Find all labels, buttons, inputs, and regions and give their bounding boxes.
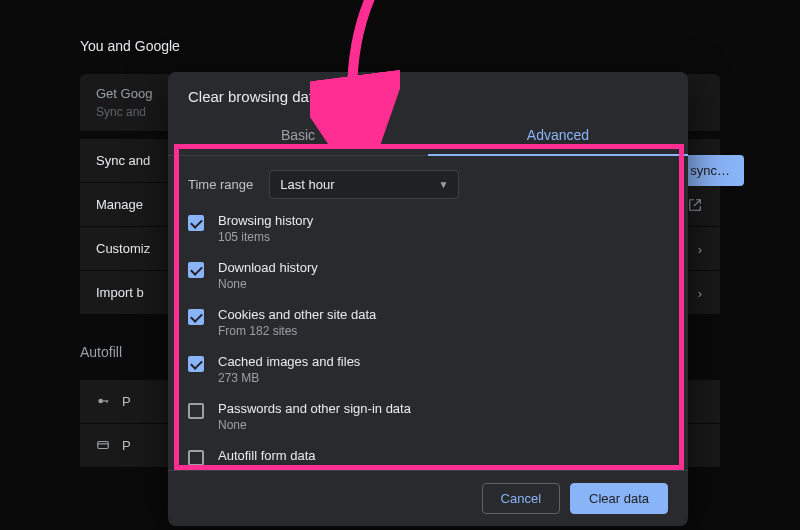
svg-rect-3 — [98, 442, 109, 449]
check-text: Autofill form data — [218, 448, 316, 463]
checkbox[interactable] — [188, 403, 204, 419]
check-sub: 273 MB — [218, 371, 360, 385]
dialog-body: Time range Last hour ▼ Browsing history1… — [168, 156, 688, 470]
checkbox[interactable] — [188, 262, 204, 278]
check-sub: None — [218, 418, 411, 432]
chevron-right-icon: › — [698, 285, 702, 300]
check-label: Browsing history — [218, 213, 313, 228]
check-row: Passwords and other sign-in dataNone — [188, 401, 668, 432]
check-text: Download historyNone — [218, 260, 318, 291]
check-label: Download history — [218, 260, 318, 275]
check-sub: From 182 sites — [218, 324, 376, 338]
time-range-label: Time range — [188, 177, 253, 192]
checkbox[interactable] — [188, 356, 204, 372]
check-text: Passwords and other sign-in dataNone — [218, 401, 411, 432]
clear-browsing-data-dialog: Clear browsing data Basic Advanced Time … — [168, 72, 688, 526]
time-range-row: Time range Last hour ▼ — [188, 170, 668, 199]
check-row: Autofill form data — [188, 448, 668, 466]
check-label: Passwords and other sign-in data — [218, 401, 411, 416]
check-row: Cached images and files273 MB — [188, 354, 668, 385]
check-row: Browsing history105 items — [188, 213, 668, 244]
dialog-tabs: Basic Advanced — [168, 115, 688, 156]
check-label: Cached images and files — [218, 354, 360, 369]
check-label: Cookies and other site data — [218, 307, 376, 322]
dropdown-triangle-icon: ▼ — [438, 179, 448, 190]
checkbox[interactable] — [188, 309, 204, 325]
clear-data-button[interactable]: Clear data — [570, 483, 668, 514]
checkbox[interactable] — [188, 215, 204, 231]
check-text: Browsing history105 items — [218, 213, 313, 244]
checkbox[interactable] — [188, 450, 204, 466]
check-sub: 105 items — [218, 230, 313, 244]
check-sub: None — [218, 277, 318, 291]
check-label: Autofill form data — [218, 448, 316, 463]
time-range-select[interactable]: Last hour ▼ — [269, 170, 459, 199]
open-external-icon — [688, 198, 702, 212]
chevron-right-icon: › — [698, 241, 702, 256]
key-icon — [96, 394, 110, 411]
dialog-title: Clear browsing data — [168, 72, 688, 115]
section-title-you-and-google: You and Google — [80, 38, 800, 54]
dialog-footer: Cancel Clear data — [168, 470, 688, 526]
check-text: Cached images and files273 MB — [218, 354, 360, 385]
clear-data-checklist: Browsing history105 itemsDownload histor… — [188, 213, 668, 466]
tab-basic[interactable]: Basic — [168, 115, 428, 155]
svg-rect-2 — [107, 400, 108, 402]
card-icon — [96, 438, 110, 455]
check-row: Cookies and other site dataFrom 182 site… — [188, 307, 668, 338]
time-range-value: Last hour — [280, 177, 334, 192]
cancel-button[interactable]: Cancel — [482, 483, 560, 514]
check-text: Cookies and other site dataFrom 182 site… — [218, 307, 376, 338]
tab-advanced[interactable]: Advanced — [428, 115, 688, 155]
svg-point-0 — [98, 399, 103, 404]
check-row: Download historyNone — [188, 260, 668, 291]
